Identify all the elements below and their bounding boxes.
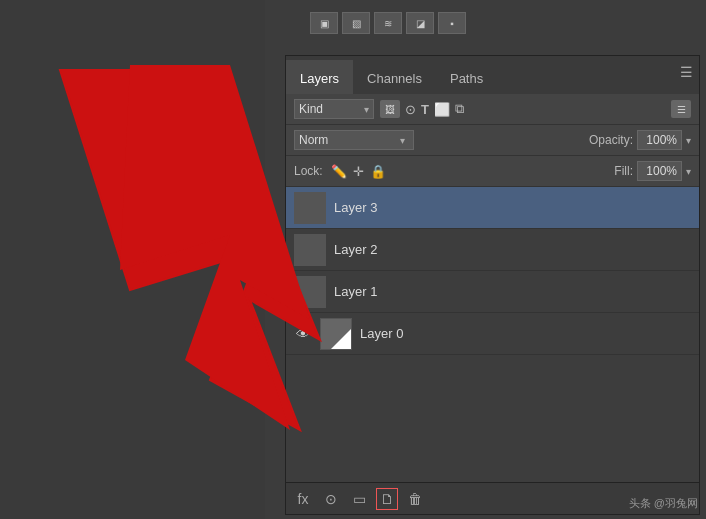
bottom-icon-mask[interactable]: ⊙ bbox=[320, 488, 342, 510]
kind-icon-smart[interactable]: ⧉ bbox=[455, 101, 464, 117]
opacity-arrow: ▾ bbox=[686, 135, 691, 146]
bottom-icon-delete[interactable]: 🗑 bbox=[404, 488, 426, 510]
layer-item-layer3[interactable]: Layer 3 bbox=[286, 187, 699, 229]
layer1-name: Layer 1 bbox=[334, 284, 691, 299]
blend-row: Norm ▾ Opacity: 100% ▾ bbox=[286, 125, 699, 156]
panel-tabs: Layers Channels Paths ☰ bbox=[286, 56, 699, 94]
opacity-label: Opacity: bbox=[589, 133, 633, 147]
lock-icon-position[interactable]: ✛ bbox=[353, 164, 364, 179]
tab-paths[interactable]: Paths bbox=[436, 60, 497, 94]
bottom-icon-group[interactable]: ▭ bbox=[348, 488, 370, 510]
kind-row: Kind ▾ 🖼 ⊙ T ⬜ ⧉ ☰ bbox=[286, 94, 699, 125]
kind-icon-extra[interactable]: ☰ bbox=[671, 100, 691, 118]
tab-layers[interactable]: Layers bbox=[286, 60, 353, 94]
panel-menu-icon[interactable]: ☰ bbox=[680, 64, 693, 80]
blend-mode-arrow: ▾ bbox=[400, 135, 405, 146]
tab-channels[interactable]: Channels bbox=[353, 60, 436, 94]
layer0-name: Layer 0 bbox=[360, 326, 691, 341]
layers-list: Layer 3 Layer 2 Layer 1 👁 Layer 0 bbox=[286, 187, 699, 355]
layer0-thumb bbox=[320, 318, 352, 350]
watermark: 头条 @羽兔网 bbox=[629, 496, 698, 511]
toolbar-icon-5[interactable]: ▪ bbox=[438, 12, 466, 34]
layer3-thumb bbox=[294, 192, 326, 224]
fill-arrow: ▾ bbox=[686, 166, 691, 177]
layer-item-layer1[interactable]: Layer 1 bbox=[286, 271, 699, 313]
blend-mode-select[interactable]: Norm ▾ bbox=[294, 130, 414, 150]
lock-icons: ✏️ ✛ 🔒 bbox=[331, 164, 386, 179]
opacity-group: Opacity: 100% ▾ bbox=[589, 130, 691, 150]
layers-panel: Layers Channels Paths ☰ Kind ▾ 🖼 ⊙ T ⬜ ⧉… bbox=[285, 55, 700, 515]
layer2-thumb bbox=[294, 234, 326, 266]
layer0-eye[interactable]: 👁 bbox=[294, 325, 312, 343]
left-panel: ☰ bbox=[0, 0, 265, 519]
panel-indicator: ☰ bbox=[249, 280, 259, 293]
fill-group: Fill: 100% ▾ bbox=[614, 161, 691, 181]
icon-toolbar: ▣ ▧ ≋ ◪ ▪ bbox=[310, 12, 466, 34]
fill-input[interactable]: 100% bbox=[637, 161, 682, 181]
layer-item-layer0[interactable]: 👁 Layer 0 bbox=[286, 313, 699, 355]
layer-item-layer2[interactable]: Layer 2 bbox=[286, 229, 699, 271]
toolbar-icon-3[interactable]: ≋ bbox=[374, 12, 402, 34]
kind-dropdown-arrow: ▾ bbox=[364, 104, 369, 115]
toolbar-icon-4[interactable]: ◪ bbox=[406, 12, 434, 34]
toolbar-icon-2[interactable]: ▧ bbox=[342, 12, 370, 34]
layer1-thumb bbox=[294, 276, 326, 308]
layer3-name: Layer 3 bbox=[334, 200, 691, 215]
layer0-thumb-triangle bbox=[331, 329, 351, 349]
kind-icon-adjustment[interactable]: ⊙ bbox=[405, 102, 416, 117]
lock-row: Lock: ✏️ ✛ 🔒 Fill: 100% ▾ bbox=[286, 156, 699, 187]
lock-icon-pixels[interactable]: ✏️ bbox=[331, 164, 347, 179]
kind-icon-text[interactable]: T bbox=[421, 102, 429, 117]
lock-label: Lock: bbox=[294, 164, 323, 178]
bottom-icon-new-layer[interactable]: 🗋 bbox=[376, 488, 398, 510]
opacity-input[interactable]: 100% bbox=[637, 130, 682, 150]
layer2-name: Layer 2 bbox=[334, 242, 691, 257]
toolbar-icon-1[interactable]: ▣ bbox=[310, 12, 338, 34]
kind-icon-image[interactable]: 🖼 bbox=[380, 100, 400, 118]
kind-icon-shape[interactable]: ⬜ bbox=[434, 102, 450, 117]
kind-label: Kind bbox=[299, 102, 323, 116]
outer-container: ☰ ▣ ▧ ≋ ◪ ▪ Layers Channels Paths ☰ Kind… bbox=[0, 0, 706, 519]
fill-label: Fill: bbox=[614, 164, 633, 178]
kind-select[interactable]: Kind ▾ bbox=[294, 99, 374, 119]
kind-icons: 🖼 ⊙ T ⬜ ⧉ bbox=[380, 100, 665, 118]
lock-icon-all[interactable]: 🔒 bbox=[370, 164, 386, 179]
blend-mode-value: Norm bbox=[299, 133, 328, 147]
bottom-icon-fx[interactable]: fx bbox=[292, 488, 314, 510]
